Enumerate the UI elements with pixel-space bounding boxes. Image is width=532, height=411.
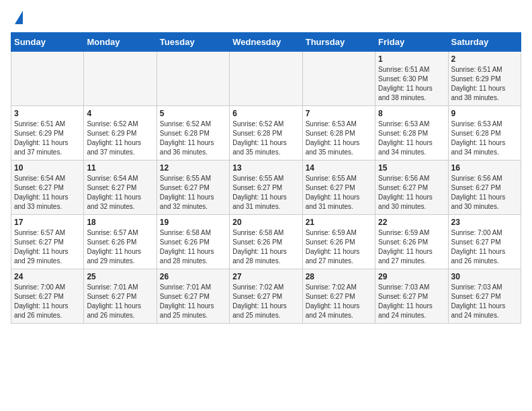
day-number: 9 <box>451 109 518 118</box>
day-number: 26 <box>160 272 226 281</box>
day-number: 23 <box>451 218 518 227</box>
calendar-cell: 6Sunrise: 6:52 AM Sunset: 6:28 PM Daylig… <box>230 106 302 161</box>
header-tuesday: Tuesday <box>157 33 229 52</box>
header-wednesday: Wednesday <box>230 33 302 52</box>
day-info: Sunrise: 6:57 AM Sunset: 6:27 PM Dayligh… <box>14 228 81 266</box>
calendar-cell <box>84 52 157 106</box>
logo <box>11 11 23 24</box>
day-number: 13 <box>232 163 299 173</box>
day-info: Sunrise: 6:56 AM Sunset: 6:27 PM Dayligh… <box>451 174 518 212</box>
calendar-week-2: 3Sunrise: 6:51 AM Sunset: 6:29 PM Daylig… <box>11 106 521 161</box>
day-number: 15 <box>378 163 445 173</box>
day-info: Sunrise: 6:52 AM Sunset: 6:28 PM Dayligh… <box>232 120 299 157</box>
calendar-table: SundayMondayTuesdayWednesdayThursdayFrid… <box>11 32 521 324</box>
calendar-cell: 21Sunrise: 6:59 AM Sunset: 6:26 PM Dayli… <box>302 215 375 269</box>
calendar-cell: 10Sunrise: 6:54 AM Sunset: 6:27 PM Dayli… <box>11 161 84 215</box>
calendar-cell: 17Sunrise: 6:57 AM Sunset: 6:27 PM Dayli… <box>11 215 84 269</box>
calendar-cell: 23Sunrise: 7:00 AM Sunset: 6:27 PM Dayli… <box>448 215 521 269</box>
day-number: 12 <box>160 163 226 173</box>
day-info: Sunrise: 7:02 AM Sunset: 6:27 PM Dayligh… <box>232 283 299 320</box>
calendar-cell: 8Sunrise: 6:53 AM Sunset: 6:28 PM Daylig… <box>375 106 448 161</box>
header-friday: Friday <box>375 33 448 52</box>
day-info: Sunrise: 6:57 AM Sunset: 6:26 PM Dayligh… <box>87 228 153 266</box>
day-info: Sunrise: 6:58 AM Sunset: 6:26 PM Dayligh… <box>232 228 299 266</box>
calendar-cell: 24Sunrise: 7:00 AM Sunset: 6:27 PM Dayli… <box>11 269 84 324</box>
day-info: Sunrise: 7:01 AM Sunset: 6:27 PM Dayligh… <box>87 283 153 320</box>
day-info: Sunrise: 6:52 AM Sunset: 6:29 PM Dayligh… <box>87 120 153 157</box>
calendar-cell <box>302 52 375 106</box>
day-number: 5 <box>160 109 226 118</box>
day-number: 7 <box>306 109 372 118</box>
calendar-cell: 27Sunrise: 7:02 AM Sunset: 6:27 PM Dayli… <box>230 269 302 324</box>
header-monday: Monday <box>84 33 157 52</box>
day-info: Sunrise: 6:55 AM Sunset: 6:27 PM Dayligh… <box>306 174 372 212</box>
calendar-cell: 28Sunrise: 7:02 AM Sunset: 6:27 PM Dayli… <box>302 269 375 324</box>
calendar-cell: 26Sunrise: 7:01 AM Sunset: 6:27 PM Dayli… <box>157 269 229 324</box>
day-number: 25 <box>87 272 153 281</box>
calendar-cell: 19Sunrise: 6:58 AM Sunset: 6:26 PM Dayli… <box>157 215 229 269</box>
calendar-week-1: 1Sunrise: 6:51 AM Sunset: 6:30 PM Daylig… <box>11 52 521 106</box>
day-number: 20 <box>232 218 299 227</box>
calendar-cell: 5Sunrise: 6:52 AM Sunset: 6:28 PM Daylig… <box>157 106 229 161</box>
day-info: Sunrise: 6:59 AM Sunset: 6:26 PM Dayligh… <box>306 228 372 266</box>
calendar-cell: 4Sunrise: 6:52 AM Sunset: 6:29 PM Daylig… <box>84 106 157 161</box>
calendar-cell: 12Sunrise: 6:55 AM Sunset: 6:27 PM Dayli… <box>157 161 229 215</box>
day-number: 17 <box>14 218 81 227</box>
day-info: Sunrise: 6:51 AM Sunset: 6:29 PM Dayligh… <box>451 65 518 103</box>
calendar-cell <box>230 52 302 106</box>
calendar-cell: 16Sunrise: 6:56 AM Sunset: 6:27 PM Dayli… <box>448 161 521 215</box>
day-number: 18 <box>87 218 153 227</box>
calendar-week-3: 10Sunrise: 6:54 AM Sunset: 6:27 PM Dayli… <box>11 161 521 215</box>
day-info: Sunrise: 6:55 AM Sunset: 6:27 PM Dayligh… <box>160 174 226 212</box>
header-saturday: Saturday <box>448 33 521 52</box>
day-number: 22 <box>378 218 445 227</box>
day-info: Sunrise: 7:00 AM Sunset: 6:27 PM Dayligh… <box>451 228 518 266</box>
calendar-cell: 3Sunrise: 6:51 AM Sunset: 6:29 PM Daylig… <box>11 106 84 161</box>
day-number: 28 <box>306 272 372 281</box>
day-number: 2 <box>451 54 518 64</box>
day-number: 10 <box>14 163 81 173</box>
day-number: 24 <box>14 272 81 281</box>
day-info: Sunrise: 6:56 AM Sunset: 6:27 PM Dayligh… <box>378 174 445 212</box>
calendar-cell: 15Sunrise: 6:56 AM Sunset: 6:27 PM Dayli… <box>375 161 448 215</box>
day-info: Sunrise: 6:55 AM Sunset: 6:27 PM Dayligh… <box>232 174 299 212</box>
calendar-cell: 13Sunrise: 6:55 AM Sunset: 6:27 PM Dayli… <box>230 161 302 215</box>
day-info: Sunrise: 7:00 AM Sunset: 6:27 PM Dayligh… <box>14 283 81 320</box>
day-info: Sunrise: 6:54 AM Sunset: 6:27 PM Dayligh… <box>87 174 153 212</box>
calendar-cell: 20Sunrise: 6:58 AM Sunset: 6:26 PM Dayli… <box>230 215 302 269</box>
calendar-cell: 2Sunrise: 6:51 AM Sunset: 6:29 PM Daylig… <box>448 52 521 106</box>
day-info: Sunrise: 7:02 AM Sunset: 6:27 PM Dayligh… <box>306 283 372 320</box>
calendar-cell: 9Sunrise: 6:53 AM Sunset: 6:28 PM Daylig… <box>448 106 521 161</box>
calendar-header-row: SundayMondayTuesdayWednesdayThursdayFrid… <box>11 33 521 52</box>
calendar-cell: 7Sunrise: 6:53 AM Sunset: 6:28 PM Daylig… <box>302 106 375 161</box>
day-info: Sunrise: 6:52 AM Sunset: 6:28 PM Dayligh… <box>160 120 226 157</box>
day-number: 3 <box>14 109 81 118</box>
calendar-cell: 18Sunrise: 6:57 AM Sunset: 6:26 PM Dayli… <box>84 215 157 269</box>
day-info: Sunrise: 6:53 AM Sunset: 6:28 PM Dayligh… <box>451 120 518 157</box>
calendar-cell: 14Sunrise: 6:55 AM Sunset: 6:27 PM Dayli… <box>302 161 375 215</box>
day-info: Sunrise: 7:01 AM Sunset: 6:27 PM Dayligh… <box>160 283 226 320</box>
day-info: Sunrise: 7:03 AM Sunset: 6:27 PM Dayligh… <box>451 283 518 320</box>
day-number: 21 <box>306 218 372 227</box>
day-info: Sunrise: 7:03 AM Sunset: 6:27 PM Dayligh… <box>378 283 445 320</box>
calendar-cell <box>157 52 229 106</box>
calendar-week-4: 17Sunrise: 6:57 AM Sunset: 6:27 PM Dayli… <box>11 215 521 269</box>
day-number: 19 <box>160 218 226 227</box>
day-info: Sunrise: 6:54 AM Sunset: 6:27 PM Dayligh… <box>14 174 81 212</box>
day-info: Sunrise: 6:59 AM Sunset: 6:26 PM Dayligh… <box>378 228 445 266</box>
day-number: 14 <box>306 163 372 173</box>
day-number: 8 <box>378 109 445 118</box>
calendar-cell: 25Sunrise: 7:01 AM Sunset: 6:27 PM Dayli… <box>84 269 157 324</box>
day-number: 29 <box>378 272 445 281</box>
day-number: 16 <box>451 163 518 173</box>
day-number: 1 <box>378 54 445 64</box>
calendar-cell: 11Sunrise: 6:54 AM Sunset: 6:27 PM Dayli… <box>84 161 157 215</box>
calendar-cell <box>11 52 84 106</box>
day-number: 4 <box>87 109 153 118</box>
header <box>11 11 521 24</box>
day-number: 27 <box>232 272 299 281</box>
day-info: Sunrise: 6:53 AM Sunset: 6:28 PM Dayligh… <box>378 120 445 157</box>
day-info: Sunrise: 6:51 AM Sunset: 6:29 PM Dayligh… <box>14 120 81 157</box>
calendar-cell: 1Sunrise: 6:51 AM Sunset: 6:30 PM Daylig… <box>375 52 448 106</box>
day-info: Sunrise: 6:51 AM Sunset: 6:30 PM Dayligh… <box>378 65 445 103</box>
